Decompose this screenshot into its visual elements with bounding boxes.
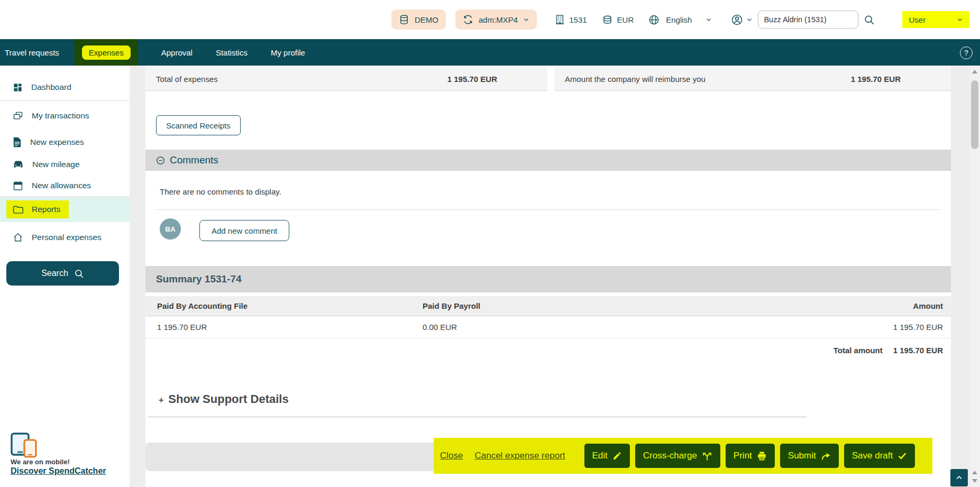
sidebar-item-new-mileage[interactable]: New mileage: [0, 154, 130, 175]
sidebar-item-label: Reports: [32, 205, 60, 214]
language-dropdown[interactable]: English: [648, 14, 712, 25]
col-amount: Amount: [798, 301, 951, 310]
comments-section-header[interactable]: Comments: [145, 150, 951, 171]
discover-spendcatcher-link[interactable]: Discover SpendCatcher: [11, 466, 106, 476]
sidebar-item-new-expenses[interactable]: New expenses: [0, 131, 130, 154]
sidebar-item-new-allowances[interactable]: New allowances: [0, 175, 130, 196]
database-icon: [399, 14, 409, 25]
pencil-icon: [612, 451, 622, 461]
sidebar-item-label: New mileage: [32, 160, 80, 169]
tab-my-profile[interactable]: My profile: [271, 48, 305, 57]
action-bar-background: [145, 443, 442, 471]
divider: [156, 209, 941, 210]
person-circle-icon: [731, 14, 743, 26]
cross-charge-label: Cross-charge: [643, 451, 697, 461]
edit-button[interactable]: Edit: [584, 444, 630, 468]
reimburse-row: Amount the company will reimburse you 1 …: [554, 67, 951, 91]
environment-dropdown[interactable]: adm:MXP4: [455, 10, 537, 30]
main-nav: Travel requests Expenses Approval Statis…: [0, 39, 980, 66]
comments-title: Comments: [170, 154, 218, 166]
dashboard-grid-icon: [13, 82, 23, 93]
search-icon: [74, 269, 84, 279]
cell-paid-accounting: 1 195.70 EUR: [145, 323, 423, 332]
language-label: English: [666, 15, 692, 24]
sidebar-item-label: New expenses: [30, 137, 84, 147]
sidebar-search-button[interactable]: Search: [6, 261, 119, 286]
submit-arrow-icon: [821, 451, 831, 461]
coins-icon: [602, 15, 613, 25]
tab-travel-requests[interactable]: Travel requests: [5, 48, 59, 57]
submit-button-label: Submit: [788, 451, 816, 461]
action-bar: Close Cancel expense report Edit Cross-c…: [434, 438, 932, 474]
sidebar-item-dashboard[interactable]: Dashboard: [0, 74, 130, 100]
scrollbar-up-arrow[interactable]: [972, 70, 977, 73]
sidebar-item-label: Dashboard: [31, 82, 71, 92]
search-button-label: Search: [41, 269, 68, 278]
user-search-input[interactable]: [758, 11, 858, 29]
role-label: User: [909, 15, 926, 24]
user-menu[interactable]: [731, 14, 753, 26]
print-button[interactable]: Print: [726, 444, 775, 468]
demo-badge-label: DEMO: [415, 15, 438, 24]
document-icon: [13, 137, 22, 148]
add-comment-button[interactable]: Add new comment: [199, 220, 289, 241]
submit-button[interactable]: Submit: [780, 444, 839, 468]
save-draft-button[interactable]: Save draft: [844, 444, 915, 468]
summary-section-header: Summary 1531-74: [145, 266, 951, 292]
total-expenses-row: Total of expenses 1 195.70 EUR: [145, 67, 547, 91]
currency-label: EUR: [617, 15, 634, 24]
scrollbar-track[interactable]: [969, 66, 980, 487]
globe-icon: [648, 14, 660, 25]
cancel-expense-report-link[interactable]: Cancel expense report: [474, 451, 565, 461]
transactions-cards-icon: [13, 111, 23, 121]
scrollbar-up-arrow-bottom[interactable]: [972, 471, 977, 474]
car-icon: [13, 160, 24, 169]
search-icon[interactable]: [864, 14, 875, 25]
split-arrows-icon: [702, 451, 712, 461]
collapse-minus-icon[interactable]: [156, 156, 165, 165]
cell-paid-payroll: 0.00 EUR: [423, 323, 798, 332]
divider: [148, 417, 807, 417]
reports-highlight: Reports: [6, 200, 69, 218]
tab-approval[interactable]: Approval: [161, 48, 193, 57]
show-support-details-label: Show Support Details: [168, 392, 288, 406]
mobile-promo-text: We are on mobile!: [11, 458, 70, 466]
scrollbar-thumb[interactable]: [971, 80, 978, 149]
sidebar-item-my-transactions[interactable]: My transactions: [0, 101, 130, 131]
close-link[interactable]: Close: [440, 451, 463, 461]
scrollbar-down-arrow[interactable]: [972, 479, 977, 483]
help-icon[interactable]: ?: [960, 47, 973, 59]
col-paid-payroll: Paid By Payroll: [423, 301, 798, 310]
col-paid-accounting: Paid By Accounting File: [145, 301, 423, 310]
total-amount-value: 1 195.70 EUR: [893, 346, 943, 355]
scroll-to-top-button[interactable]: [950, 469, 968, 486]
content-panel: Total of expenses 1 195.70 EUR Amount th…: [145, 66, 951, 487]
summary-title: Summary 1531-74: [156, 273, 242, 285]
save-draft-label: Save draft: [852, 451, 893, 461]
total-expenses-value: 1 195.70 EUR: [447, 75, 497, 84]
tab-expenses-label: Expenses: [82, 45, 131, 60]
comments-empty-text: There are no comments to display.: [160, 187, 281, 196]
chevron-down-icon: [746, 16, 753, 23]
sync-icon: [463, 14, 473, 25]
print-button-label: Print: [734, 451, 752, 461]
sidebar-item-reports[interactable]: Reports: [0, 197, 130, 222]
role-dropdown-button[interactable]: User: [902, 11, 969, 28]
scanned-receipts-button[interactable]: Scanned Receipts: [156, 115, 241, 135]
sidebar-item-personal-expenses[interactable]: Personal expenses: [0, 222, 130, 253]
chevron-down-icon: [957, 16, 963, 23]
chevron-up-icon: [955, 474, 963, 482]
tab-statistics[interactable]: Statistics: [216, 48, 248, 57]
show-support-details-toggle[interactable]: + Show Support Details: [159, 392, 289, 406]
entity-id: 1531: [569, 15, 587, 24]
cross-charge-button[interactable]: Cross-charge: [635, 444, 720, 468]
check-icon: [897, 452, 907, 460]
total-expenses-label: Total of expenses: [156, 75, 218, 84]
sidebar-item-label: Personal expenses: [32, 233, 102, 242]
mobile-devices-icon: [11, 433, 48, 460]
edit-button-label: Edit: [592, 451, 608, 461]
entity-indicator: 1531: [555, 14, 587, 25]
building-icon: [555, 14, 565, 25]
header-items: DEMO adm:MXP4 1531 EUR English User: [391, 0, 969, 39]
tab-expenses[interactable]: Expenses: [75, 39, 138, 66]
